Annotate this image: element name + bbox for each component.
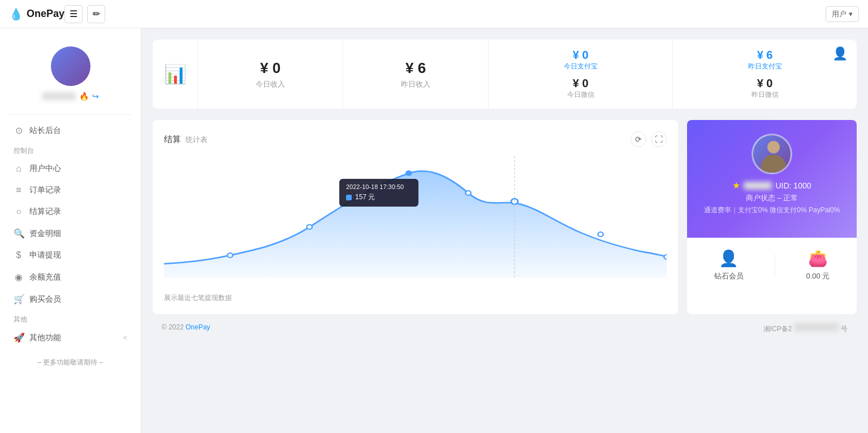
search-icon: 🔍 xyxy=(14,228,24,239)
svg-point-7 xyxy=(664,255,667,259)
recharge-icon: ◉ xyxy=(14,272,24,282)
balance-value: 0.00 元 xyxy=(806,271,830,281)
svg-point-3 xyxy=(406,171,411,175)
profile-membership: 👤 钻石会员 xyxy=(714,249,744,281)
sidebar: 用户名 🔥 ↪ ⊙ 站长后台 控制台 ⌂ 用户中心 ≡ 订单记录 ○ 结算记录 … xyxy=(0,28,141,433)
profile-card-header: ★ UID: 1000 商户状态 – 正常 通道费率｜支付宝0% 微信支付0% … xyxy=(687,120,857,238)
sidebar-item-label: 其他功能 xyxy=(29,333,61,343)
header-controls: ☰ ✏ xyxy=(64,5,105,23)
edit-button[interactable]: ✏ xyxy=(87,5,105,23)
svg-point-1 xyxy=(307,225,312,229)
membership-icon: 👤 xyxy=(719,249,739,268)
today-wechat-amount: ¥ 0 xyxy=(573,77,589,90)
sidebar-item-label: 订单记录 xyxy=(29,185,61,195)
chart-svg xyxy=(164,156,667,281)
profile-actions: 👤 钻石会员 👛 0.00 元 xyxy=(687,238,857,293)
home-icon: ⌂ xyxy=(14,164,24,174)
chart-header: 结算 统计表 ⟳ ⛶ xyxy=(164,131,667,147)
sidebar-item-recharge[interactable]: ◉ 余额充值 xyxy=(0,266,141,288)
sidebar-item-settlements[interactable]: ○ 结算记录 xyxy=(0,201,141,222)
chart-refresh-button[interactable]: ⟳ xyxy=(631,131,646,147)
sidebar-item-label: 购买会员 xyxy=(29,294,61,305)
person-icon-top: 👤 xyxy=(832,46,848,61)
circle-check-icon: ○ xyxy=(14,207,24,217)
profile-status: 商户状态 – 正常 xyxy=(746,193,798,203)
yesterday-wechat-label: 昨日微信 xyxy=(752,90,779,100)
sidebar-item-label: 申请提现 xyxy=(29,250,61,260)
sidebar-item-site-admin[interactable]: ⊙ 站长后台 xyxy=(0,119,141,142)
chart-expand-button[interactable]: ⛶ xyxy=(651,131,667,147)
profile-card: ★ UID: 1000 商户状态 – 正常 通道费率｜支付宝0% 微信支付0% … xyxy=(687,120,857,314)
sidebar-username: 用户名 🔥 ↪ xyxy=(42,92,99,101)
sidebar-item-label: 站长后台 xyxy=(29,126,61,136)
today-alipay-label: 今日支付宝 xyxy=(564,62,598,71)
bar-chart-icon: 📊 xyxy=(164,63,187,85)
yesterday-wechat-amount: ¥ 0 xyxy=(757,77,773,90)
main-content: 📊 ¥ 0 今日收入 ¥ 6 昨日收入 ¥ 0 今日支付宝 ¥ 0 今日微信 ¥ xyxy=(141,28,868,433)
star-icon: ★ xyxy=(732,180,740,191)
profile-uid: UID: 1000 xyxy=(775,181,811,190)
profile-username xyxy=(744,182,772,190)
today-income-section: ¥ 0 今日收入 xyxy=(198,40,343,109)
sidebar-item-label: 结算记录 xyxy=(29,207,61,217)
stats-top-bar: 📊 ¥ 0 今日收入 ¥ 6 昨日收入 ¥ 0 今日支付宝 ¥ 0 今日微信 ¥ xyxy=(153,40,857,109)
yesterday-alipay-label: 昨日支付宝 xyxy=(748,62,782,71)
profile-divider xyxy=(775,254,775,277)
header: 💧 OnePay ☰ ✏ 用户 ▾ xyxy=(0,0,868,28)
sidebar-profile: 用户名 🔥 ↪ xyxy=(0,37,141,110)
sidebar-item-label: 资金明细 xyxy=(29,229,61,239)
stats-chart-icon: 📊 xyxy=(153,40,198,109)
logo-icon: 💧 xyxy=(9,7,23,21)
avatar xyxy=(51,46,90,86)
list-icon: ≡ xyxy=(14,185,24,195)
profile-balance: 👛 0.00 元 xyxy=(806,249,830,281)
svg-point-0 xyxy=(227,253,232,258)
logo-text: OnePay xyxy=(27,8,64,20)
site-admin-icon: ⊙ xyxy=(14,125,24,136)
sidebar-group-title-other: 其他 xyxy=(0,310,141,327)
today-alipay-amount: ¥ 0 xyxy=(573,49,589,62)
yesterday-alipay-amount: ¥ 6 xyxy=(757,49,773,62)
user-menu-button[interactable]: 用户 ▾ xyxy=(826,6,859,22)
today-wechat-label: 今日微信 xyxy=(567,90,594,100)
copyright: © 2022 OnePay xyxy=(162,323,210,334)
content-row: 结算 统计表 ⟳ ⛶ xyxy=(153,120,857,314)
footer: © 2022 OnePay 湘ICP备2 号 xyxy=(153,314,857,343)
sidebar-item-membership[interactable]: 🛒 购买会员 xyxy=(0,288,141,310)
sidebar-item-withdraw[interactable]: $ 申请提现 xyxy=(0,245,141,266)
profile-uid-row: ★ UID: 1000 xyxy=(732,180,811,191)
footer-brand-link[interactable]: OnePay xyxy=(185,323,210,331)
fire-icon[interactable]: 🔥 xyxy=(79,92,89,101)
svg-point-6 xyxy=(598,232,603,237)
membership-label: 钻石会员 xyxy=(714,271,744,281)
yesterday-income-label: 昨日收入 xyxy=(401,79,430,89)
today-income-label: 今日收入 xyxy=(256,79,285,89)
icp-number xyxy=(794,323,839,331)
sidebar-item-funds[interactable]: 🔍 资金明细 xyxy=(0,222,141,245)
rocket-icon: 🚀 xyxy=(14,332,24,343)
chart-title: 结算 统计表 xyxy=(164,134,208,145)
sidebar-item-orders[interactable]: ≡ 订单记录 xyxy=(0,179,141,201)
logout-icon[interactable]: ↪ xyxy=(92,92,99,101)
sidebar-divider xyxy=(9,114,132,115)
dollar-icon: $ xyxy=(14,250,24,260)
yesterday-income-section: ¥ 6 昨日收入 xyxy=(343,40,489,109)
sidebar-item-label: 余额充值 xyxy=(29,272,61,282)
chart-controls: ⟳ ⛶ xyxy=(631,131,667,147)
profile-avatar xyxy=(752,134,792,174)
menu-icon: ☰ xyxy=(70,8,77,19)
yesterday-income-amount: ¥ 6 xyxy=(405,59,426,77)
user-button-label: 用户 ▾ xyxy=(832,9,853,19)
sidebar-item-user-center[interactable]: ⌂ 用户中心 xyxy=(0,158,141,179)
sidebar-item-other-features[interactable]: 🚀 其他功能 < xyxy=(0,327,141,349)
username-text: 用户名 xyxy=(42,92,76,100)
sidebar-item-label: 用户中心 xyxy=(29,164,61,174)
svg-point-2 xyxy=(366,185,373,190)
menu-button[interactable]: ☰ xyxy=(64,5,83,23)
profile-rate: 通道费率｜支付宝0% 微信支付0% PayPal0% xyxy=(704,205,840,215)
cart-icon: 🛒 xyxy=(14,294,24,305)
chevron-icon: < xyxy=(123,334,127,342)
icp-text: 湘ICP备2 号 xyxy=(763,323,848,334)
chart-area: 2022-10-18 17:30:50 157 元 xyxy=(164,156,667,286)
wallet-icon: 👛 xyxy=(808,249,828,268)
